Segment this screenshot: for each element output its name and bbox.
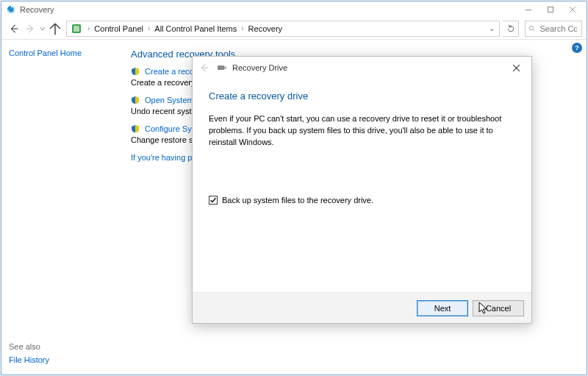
chevron-right-icon: › [85,24,93,32]
svg-rect-2 [548,7,553,13]
svg-rect-1 [526,10,531,10]
window-title: Recovery [20,5,54,14]
sidebar: Control Panel Home See also File History [1,40,119,375]
dialog-title: Create a recovery drive [209,91,515,102]
svg-rect-4 [74,26,79,32]
titlebar: Recovery [1,1,587,18]
shield-icon [131,97,140,106]
help-icon[interactable]: ? [572,43,582,53]
nav-up-button[interactable] [47,21,63,37]
address-bar[interactable]: › Control Panel › All Control Panel Item… [66,21,500,37]
dialog-description: Even if your PC can't start, you can use… [209,113,510,149]
dialog-footer: Next Cancel [193,292,531,323]
shield-icon [131,126,140,135]
search-box[interactable] [525,21,582,37]
backup-checkbox-row[interactable]: Back up system files to the recovery dri… [209,196,515,205]
dialog-back-button[interactable] [197,60,212,75]
maximize-button[interactable] [539,2,562,17]
next-button-label: Next [434,304,451,313]
breadcrumb-item[interactable]: Recovery [247,24,284,33]
cancel-button[interactable]: Cancel [473,300,524,316]
recovery-app-icon [6,4,16,15]
breadcrumb-item[interactable]: All Control Panel Items [153,24,238,33]
dialog-body: Create a recovery drive Even if your PC … [193,79,531,292]
breadcrumb-item[interactable]: Control Panel [93,24,145,33]
backup-checkbox-label: Back up system files to the recovery dri… [222,196,373,205]
svg-rect-7 [224,66,226,69]
nav-forward-button[interactable] [22,21,38,37]
dialog-close-button[interactable] [503,60,528,76]
address-dropdown[interactable]: ⌄ [486,24,498,32]
dialog-titlebar: Recovery Drive [193,57,531,79]
control-panel-icon [71,23,82,35]
search-icon [528,24,535,33]
refresh-button[interactable] [503,21,519,37]
navbar: › Control Panel › All Control Panel Item… [1,18,587,40]
control-panel-home-link[interactable]: Control Panel Home [9,49,112,57]
see-also-label: See also [9,342,49,351]
chevron-right-icon: › [238,24,246,32]
window-controls [517,2,584,17]
recovery-drive-dialog: Recovery Drive Create a recovery drive E… [192,56,532,324]
svg-point-5 [529,26,533,29]
next-button[interactable]: Next [417,300,468,316]
usb-drive-icon [216,62,228,74]
nav-back-button[interactable] [6,21,22,37]
nav-history-dropdown[interactable] [38,26,47,32]
search-input[interactable] [538,24,578,34]
chevron-right-icon: › [145,24,153,32]
dialog-crumb: Recovery Drive [232,63,287,72]
minimize-button[interactable] [517,2,539,17]
svg-rect-6 [218,65,224,70]
see-also-file-history-link[interactable]: File History [9,355,49,364]
shield-icon [131,68,140,77]
cancel-button-label: Cancel [486,304,511,313]
close-button[interactable] [562,2,584,17]
backup-checkbox[interactable] [209,196,218,205]
